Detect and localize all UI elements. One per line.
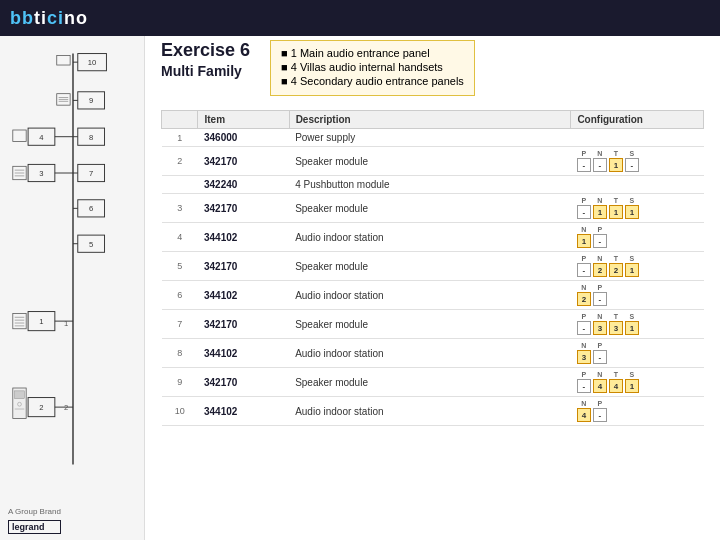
table-row: 7342170Speaker modulePNTS-331 xyxy=(162,310,704,339)
row-number: 9 xyxy=(162,368,198,397)
item-description: Speaker module xyxy=(289,368,571,397)
table-row: 2342170Speaker modulePNTS--1- xyxy=(162,147,704,176)
item-code: 346000 xyxy=(198,129,289,147)
item-code: 342170 xyxy=(198,368,289,397)
item-code: 342170 xyxy=(198,147,289,176)
table-row: 3342170Speaker modulePNTS-111 xyxy=(162,194,704,223)
svg-rect-4 xyxy=(57,55,70,65)
legrand-logo: legrand xyxy=(8,520,61,534)
bullet-3: ■ 4 Secondary audio entrance panels xyxy=(281,75,464,87)
svg-text:1: 1 xyxy=(39,317,43,326)
svg-rect-47 xyxy=(15,391,25,399)
item-description: Audio indoor station xyxy=(289,339,571,368)
item-configuration: NP1- xyxy=(571,223,704,252)
col-item: Item xyxy=(198,111,289,129)
svg-text:10: 10 xyxy=(88,58,96,67)
item-code: 342170 xyxy=(198,252,289,281)
item-configuration xyxy=(571,176,704,194)
svg-rect-21 xyxy=(13,130,26,141)
svg-text:8: 8 xyxy=(89,133,93,142)
content-area: Exercise 6 Multi Family ■ 1 Main audio e… xyxy=(145,36,720,540)
table-row: 5342170Speaker modulePNTS-221 xyxy=(162,252,704,281)
item-code: 344102 xyxy=(198,339,289,368)
row-number: 2 xyxy=(162,147,198,176)
item-description: Audio indoor station xyxy=(289,281,571,310)
item-code: 342170 xyxy=(198,310,289,339)
item-code: 342170 xyxy=(198,194,289,223)
main-content: 10 9 8 7 4 xyxy=(0,36,720,540)
row-number xyxy=(162,176,198,194)
col-num xyxy=(162,111,198,129)
brand-footer: A Group Brand legrand xyxy=(8,507,61,534)
item-description: Audio indoor station xyxy=(289,223,571,252)
item-description: Speaker module xyxy=(289,194,571,223)
svg-rect-38 xyxy=(13,313,26,328)
item-configuration: PNTS-111 xyxy=(571,194,704,223)
exercise-title: Exercise 6 xyxy=(161,40,250,61)
item-description: Speaker module xyxy=(289,252,571,281)
col-configuration: Configuration xyxy=(571,111,704,129)
col-description: Description xyxy=(289,111,571,129)
header-bar: bbticino xyxy=(0,0,720,36)
svg-text:4: 4 xyxy=(39,133,44,142)
item-configuration: PNTS-331 xyxy=(571,310,704,339)
bullets-section: ■ 1 Main audio entrance panel ■ 4 Villas… xyxy=(270,40,475,96)
svg-text:7: 7 xyxy=(89,169,93,178)
logo-area: bbticino xyxy=(10,8,88,29)
svg-text:2: 2 xyxy=(39,403,43,412)
item-code: 344102 xyxy=(198,223,289,252)
bullet-2: ■ 4 Villas audio internal handsets xyxy=(281,61,464,73)
item-configuration: NP4- xyxy=(571,397,704,426)
diagram-panel: 10 9 8 7 4 xyxy=(0,36,145,540)
item-configuration: PNTS-441 xyxy=(571,368,704,397)
bullet-1: ■ 1 Main audio entrance panel xyxy=(281,47,464,59)
item-description: Speaker module xyxy=(289,147,571,176)
table-row: 10344102Audio indoor stationNP4- xyxy=(162,397,704,426)
table-row: 1346000Power supply xyxy=(162,129,704,147)
item-code: 344102 xyxy=(198,397,289,426)
row-number: 8 xyxy=(162,339,198,368)
item-configuration: PNTS-221 xyxy=(571,252,704,281)
wiring-diagram: 10 9 8 7 4 xyxy=(8,44,138,474)
group-brand-label: A Group Brand xyxy=(8,507,61,516)
row-number: 1 xyxy=(162,129,198,147)
bticino-logo: bbticino xyxy=(10,8,88,29)
item-configuration: NP2- xyxy=(571,281,704,310)
table-row: 6344102Audio indoor stationNP2- xyxy=(162,281,704,310)
svg-text:2: 2 xyxy=(64,403,68,412)
row-number: 5 xyxy=(162,252,198,281)
row-number: 6 xyxy=(162,281,198,310)
item-code: 344102 xyxy=(198,281,289,310)
table-row: 3422404 Pushbutton module xyxy=(162,176,704,194)
table-row: 9342170Speaker modulePNTS-441 xyxy=(162,368,704,397)
item-code: 342240 xyxy=(198,176,289,194)
item-configuration xyxy=(571,129,704,147)
multi-family-label: Multi Family xyxy=(161,63,250,79)
svg-text:3: 3 xyxy=(39,169,43,178)
title-section: Exercise 6 Multi Family ■ 1 Main audio e… xyxy=(161,40,704,110)
row-number: 4 xyxy=(162,223,198,252)
svg-text:5: 5 xyxy=(89,240,93,249)
item-description: 4 Pushbutton module xyxy=(289,176,571,194)
row-number: 7 xyxy=(162,310,198,339)
item-description: Speaker module xyxy=(289,310,571,339)
items-table: Item Description Configuration 1346000Po… xyxy=(161,110,704,426)
item-configuration: PNTS--1- xyxy=(571,147,704,176)
item-description: Power supply xyxy=(289,129,571,147)
item-description: Audio indoor station xyxy=(289,397,571,426)
table-row: 8344102Audio indoor stationNP3- xyxy=(162,339,704,368)
svg-text:6: 6 xyxy=(89,204,93,213)
row-number: 10 xyxy=(162,397,198,426)
svg-text:1: 1 xyxy=(64,319,68,328)
svg-text:9: 9 xyxy=(89,96,93,105)
table-row: 4344102Audio indoor stationNP1- xyxy=(162,223,704,252)
item-configuration: NP3- xyxy=(571,339,704,368)
row-number: 3 xyxy=(162,194,198,223)
